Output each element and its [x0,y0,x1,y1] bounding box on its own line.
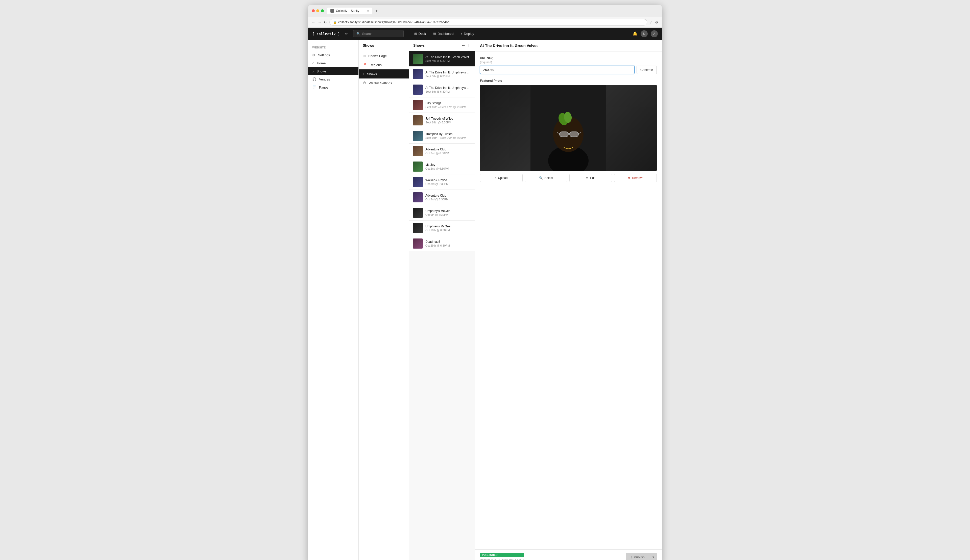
updated-text: Updated Aug 27, 2020, 08:17 AM ✓ [480,558,524,560]
venues-icon: 🎧 [312,77,316,81]
sidebar-item-pages[interactable]: 📄 Pages [308,83,358,92]
edit-photo-button[interactable]: ✏ Edit [569,174,612,182]
nav-deploy-label: Deploy [464,32,474,36]
url-slug-label: URL Slug [480,57,657,60]
show-date-10: Oct 3rd @ 6:30PM [425,198,471,201]
waitlist-icon: ⏱ [363,81,366,85]
pages-icon: 📄 [312,85,316,89]
show-item-3[interactable]: At The Drive Inn ft. Umphrey's Mc... Sep… [409,82,475,97]
close-window-btn[interactable] [312,9,315,12]
show-name-4: Billy Strings [425,102,471,105]
url-slug-field: Generate [480,66,657,74]
nav-shows-page[interactable]: ⊞ Shows Page [359,51,409,60]
show-thumb-4 [413,100,423,110]
detail-more-icon[interactable]: ⋮ [653,44,657,48]
shows-nav-column: Shows ⊞ Shows Page 📍 Regions ♪ Shows ⏱ W… [359,40,409,560]
show-date-5: Sept 18th @ 6:30PM [425,121,471,124]
show-name-9: Walker & Royce [425,178,471,182]
show-item-9[interactable]: Walker & Royce Oct 3rd @ 9:30PM [409,174,475,190]
sidebar-item-shows[interactable]: ♪ Shows [308,67,358,75]
publish-button-group: ↑ Publish ▾ [626,553,657,560]
select-button[interactable]: 🔍 Select [525,174,567,182]
show-date-1: Sept 4th @ 6:30PM [425,59,471,62]
remove-button[interactable]: 🗑 Remove [614,174,657,182]
remove-label: Remove [632,176,643,180]
sidebar-item-venues[interactable]: 🎧 Venues [308,75,358,83]
show-item-10[interactable]: Adventure Club Oct 3rd @ 6:30PM [409,190,475,205]
user-avatar[interactable]: U [641,30,648,37]
nav-shows-page-label: Shows Page [368,54,387,58]
detail-panel: At The Drive Inn ft. Green Velvet ⋮ URL … [475,40,662,560]
nav-shows[interactable]: ♪ Shows [359,69,409,78]
nav-regions[interactable]: 📍 Regions [359,60,409,69]
tab-close-btn[interactable]: × [367,9,369,12]
global-search[interactable]: 🔍 Search [353,30,404,37]
nav-dashboard[interactable]: ▦ Dashboard [430,30,457,37]
minimize-window-btn[interactable] [316,9,319,12]
maximize-window-btn[interactable] [321,9,324,12]
edit-pencil-icon[interactable]: ✏ [345,32,348,36]
bookmark-icon[interactable]: ☆ [650,20,653,24]
generate-button[interactable]: Generate [637,66,657,74]
publish-dropdown-btn[interactable]: ▾ [650,553,657,560]
detail-content: URL Slug (required) Generate Featured Ph… [475,52,662,549]
show-date-8: Oct 2nd @ 6:30PM [425,167,471,170]
show-name-7: Adventure Club [425,148,471,151]
nav-desk[interactable]: ⊞ Desk [411,30,429,37]
nav-shows-label: Shows [367,72,377,76]
publish-status: PUBLISHED Updated Aug 27, 2020, 08:17 AM… [480,553,524,560]
show-item-13[interactable]: Deadmau5 Oct 29th @ 6:30PM [409,236,475,252]
edit-icon: ✏ [586,176,589,180]
url-slug-input[interactable] [480,66,634,74]
url-bar[interactable]: 🔒 collectiv.sanity.studio/desk/shows;sho… [329,19,647,25]
nav-deploy[interactable]: ↑ Deploy [458,30,477,37]
sidebar-pages-label: Pages [319,85,328,89]
publish-button[interactable]: ↑ Publish [626,553,650,560]
app-header: [ collectiv ] ✏ 🔍 Search ⊞ Desk ▦ Dashbo… [308,28,662,40]
show-name-10: Adventure Club [425,194,471,197]
show-date-2: Sept 5th @ 6:30PM [425,75,471,78]
show-name-3: At The Drive Inn ft. Umphrey's Mc... [425,86,471,90]
browser-tab[interactable]: Collectiv – Sanity × [327,8,372,14]
show-date-3: Sept 6th @ 6:30PM [425,90,471,93]
sidebar-item-settings[interactable]: ⚙ Settings [308,51,358,59]
detail-title: At The Drive Inn ft. Green Velvet [480,43,537,48]
shows-icon: ♪ [312,69,314,73]
show-item-6[interactable]: Trampled By Turtles Sept 19th – Sept 20t… [409,128,475,143]
show-thumb-10 [413,192,423,202]
show-item-1[interactable]: At The Drive Inn ft. Green Velvet Sept 4… [409,51,475,67]
show-item-11[interactable]: Umphrey's McGee Oct 9th @ 6:30PM [409,205,475,220]
account-avatar[interactable]: A [651,30,658,37]
sidebar-item-home[interactable]: ⌂ Home [308,59,358,67]
select-label: Select [544,176,553,180]
show-item-8[interactable]: Mt. Joy Oct 2nd @ 6:30PM [409,159,475,174]
shows-items-title: Shows [413,43,425,47]
reload-btn[interactable]: ↻ [324,20,327,24]
show-info-8: Mt. Joy Oct 2nd @ 6:30PM [425,163,471,170]
show-info-5: Jeff Tweedy of Wilco Sept 18th @ 6:30PM [425,117,471,124]
show-item-5[interactable]: Jeff Tweedy of Wilco Sept 18th @ 6:30PM [409,113,475,128]
upload-icon: ↑ [495,176,497,180]
detail-header: At The Drive Inn ft. Green Velvet ⋮ [475,40,662,52]
nav-waitlist[interactable]: ⏱ Waitlist Settings [359,78,409,88]
edit-shows-icon[interactable]: ✏ [462,43,465,47]
show-item-2[interactable]: At The Drive Inn ft. Umphrey's Mc... Sep… [409,67,475,82]
upload-button[interactable]: ↑ Upload [480,174,523,182]
show-name-12: Umphrey's McGee [425,225,471,228]
new-tab-btn[interactable]: + [375,8,378,13]
more-shows-icon[interactable]: ⋮ [467,43,471,47]
show-item-7[interactable]: Adventure Club Oct 2nd @ 6:30PM [409,143,475,159]
notifications-icon[interactable]: 🔔 [632,31,637,36]
show-thumb-8 [413,162,423,172]
traffic-lights [312,9,324,12]
show-item-12[interactable]: Umphrey's McGee Oct 10th @ 6:30PM [409,220,475,236]
show-info-9: Walker & Royce Oct 3rd @ 9:30PM [425,178,471,185]
sidebar-settings-label: Settings [318,53,330,57]
forward-btn[interactable]: → [318,20,321,24]
show-item-4[interactable]: Billy Strings Sept 16th – Sept 17th @ 7:… [409,97,475,113]
show-name-2: At The Drive Inn ft. Umphrey's Mc... [425,71,471,74]
extension-icon[interactable]: ⚙ [655,20,658,24]
back-btn[interactable]: ← [312,20,315,24]
show-info-7: Adventure Club Oct 2nd @ 6:30PM [425,148,471,155]
publish-up-icon: ↑ [631,555,632,559]
